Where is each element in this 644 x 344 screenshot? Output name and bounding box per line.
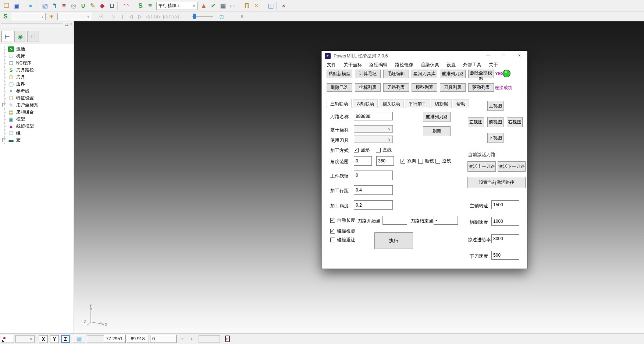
line-checkbox[interactable]: ✓ 直线 [376, 147, 392, 153]
tree-item[interactable]: ❒ 组 [0, 130, 74, 137]
toolpath-name-input[interactable] [354, 112, 393, 120]
view-top-button[interactable]: 上视图 [487, 101, 504, 111]
pattern-points-icon[interactable]: ◆ [97, 1, 107, 11]
simulation-speed-slider[interactable] [192, 14, 213, 20]
dialog-toolbar-button[interactable]: 坐标列表 [355, 83, 381, 92]
step-forward-button[interactable]: |▷ [136, 13, 143, 20]
cutting-feed-input[interactable] [491, 217, 519, 226]
feeds-speeds-icon[interactable]: ◎ [69, 1, 78, 11]
view-left-button[interactable]: 左视图 [468, 117, 484, 127]
toolpath-end-input[interactable] [434, 216, 458, 225]
coordinate-list-icon[interactable]: ≡ [181, 336, 184, 342]
status-combobox[interactable]: ∨ [15, 335, 35, 343]
circle-checkbox[interactable]: ✓ 圆形 [354, 147, 370, 153]
tree-item[interactable]: ◯ 边界 [0, 81, 74, 88]
dialog-tab[interactable]: 切割锯 [431, 99, 452, 108]
activate-next-toolpath-button[interactable]: 激活下一刀路 [498, 161, 526, 172]
toolpath-icon[interactable]: S [136, 1, 145, 11]
dialog-tab[interactable]: 三轴联动 [327, 99, 352, 108]
dialog-menu-item[interactable]: 路径编辑 [366, 61, 391, 69]
bidirectional-checkbox[interactable]: ✓ 双向 [401, 158, 416, 164]
block-icon[interactable]: ▧ [40, 1, 50, 11]
tree-item[interactable]: ▭ 机床 [0, 53, 74, 60]
angle-to-input[interactable] [376, 156, 394, 166]
dialog-toolbar-button[interactable]: 删除已选 [327, 83, 352, 92]
dialog-menu-item[interactable]: 渲染仿真 [417, 61, 443, 69]
graphics-viewport[interactable]: Y X Z ✦ PowerMILL 忆梦星河 7.0.6 — □ × 文件 关于… [74, 21, 644, 333]
view-bottom-button[interactable]: 下视图 [487, 133, 504, 143]
separator[interactable] [36, 2, 39, 10]
spindle-speed-input[interactable] [491, 200, 519, 209]
simulation-tool-combobox[interactable]: ∨ [57, 13, 91, 20]
tree-item[interactable]: + ✎ 用户坐标系 [0, 102, 74, 109]
grid-snap-button[interactable]: ▦ [73, 335, 85, 343]
dialog-menu-item[interactable]: 文件 [323, 61, 340, 69]
axis-lock-button[interactable]: Z [61, 335, 70, 343]
toolbar-close-icon[interactable]: × [280, 1, 287, 11]
use-tool-select[interactable]: ∨ [354, 136, 393, 143]
dialog-toolbar-button[interactable]: 粘贴新模型 [327, 70, 352, 78]
close-button[interactable]: × [514, 53, 525, 58]
dialog-toolbar-button[interactable]: 刀路列表 [383, 83, 409, 92]
conventional-mill-checkbox[interactable]: ✓ 逆铣 [435, 158, 451, 164]
separator[interactable] [238, 2, 241, 10]
ruler-icon[interactable]: ▭ [228, 1, 237, 11]
expand-toggle[interactable]: + [2, 138, 6, 142]
set-current-active-path-button[interactable]: 设置当前激活路径 [467, 177, 526, 188]
leads-links-icon[interactable]: ◠ [121, 1, 131, 11]
tree-item[interactable]: ❒ NC程序 [0, 60, 74, 67]
explorer-trash-tab[interactable]: □ [27, 31, 39, 42]
dialog-toolbar-button[interactable]: 刀具列表 [440, 83, 466, 92]
execute-button[interactable]: 执行 [374, 232, 413, 249]
device-pause-icon[interactable]: II [225, 336, 230, 342]
simulation-toolpath-combobox[interactable]: ∨ [12, 13, 46, 20]
toolpath-verify-icon[interactable]: ▲ [199, 1, 209, 11]
separator[interactable] [117, 2, 121, 10]
explorer-grip-bars[interactable]: ❏ × [0, 21, 74, 29]
boundary-tool-icon[interactable]: ∪ [78, 1, 88, 11]
strategy-list-icon[interactable]: ≡ [145, 1, 155, 11]
plunge-speed-input[interactable] [491, 251, 519, 260]
calculator-icon[interactable]: ▦ [218, 1, 228, 11]
explorer-tree-tab[interactable]: ⊢ [1, 31, 13, 42]
auto-length-checkbox[interactable]: ✓ 自动长度 [330, 217, 355, 224]
pause-button[interactable]: || [118, 13, 126, 20]
dialog-toolbar-button[interactable]: 重排列刀路 [440, 70, 466, 78]
climb-mill-checkbox[interactable]: ✓ 顺铣 [418, 158, 434, 164]
activate-previous-toolpath-button[interactable]: 激活上一刀路 [467, 161, 496, 172]
tool-levels-icon[interactable]: ≡ [59, 1, 69, 11]
tool-holder-icon[interactable]: ⊔ [107, 1, 117, 11]
transform-toolpath-icon[interactable]: ✕ [252, 1, 261, 11]
go-to-end-button[interactable]: ▷▷| [171, 13, 179, 20]
stepover-input[interactable] [354, 185, 393, 195]
open-project-icon[interactable]: ❒ [2, 1, 11, 11]
tree-item[interactable]: ✕ 参考线 [0, 88, 74, 95]
dialog-toolbar-button[interactable]: 星河刀具库 [412, 70, 437, 78]
explorer-globe-tab[interactable]: ◉ [14, 31, 26, 42]
collision-check-checkbox[interactable]: ✓ 碰撞检测 [330, 228, 355, 234]
dialog-titlebar[interactable]: ✦ PowerMILL 忆梦星河 7.0.6 — □ × [322, 51, 527, 61]
dialog-menu-item[interactable]: 关于坐标 [340, 61, 366, 69]
curve-editor-icon[interactable]: ✎ [88, 1, 97, 11]
dialog-menu-item[interactable]: 路径镜像 [391, 61, 417, 69]
dialog-toolbar-button[interactable]: 驱动列表 [468, 83, 494, 92]
tool-pair-icon[interactable]: Π [242, 1, 252, 11]
dialog-tab[interactable]: 帮助 [453, 99, 469, 108]
dialog-menu-item[interactable]: 外部工具 [459, 61, 485, 69]
separator[interactable] [262, 2, 265, 10]
play-button[interactable]: ▷ [110, 13, 117, 20]
tree-item[interactable]: ▣ 模型 [0, 116, 74, 123]
rapid-move-heights-icon[interactable]: ↰ [50, 1, 59, 11]
draw-color-widget[interactable] [1, 335, 14, 343]
tree-item[interactable]: + ▬ 宏 [0, 137, 74, 144]
separator[interactable] [22, 2, 25, 10]
base-coordinate-select[interactable]: ∨ [354, 125, 393, 133]
rearrange-toolpath-button[interactable]: 重排列刀路 [423, 112, 451, 122]
fast-forward-button[interactable]: ▷▷ [154, 13, 161, 20]
tree-item[interactable]: S 刀具路径 [0, 67, 74, 74]
tree-item[interactable]: ▤ 层和组合 [0, 109, 74, 116]
skim-feed-input[interactable] [491, 234, 519, 243]
tolerance-input[interactable] [354, 200, 393, 210]
save-project-icon[interactable]: ▣ [11, 1, 21, 11]
dialog-menu-item[interactable]: 设置 [443, 61, 459, 69]
